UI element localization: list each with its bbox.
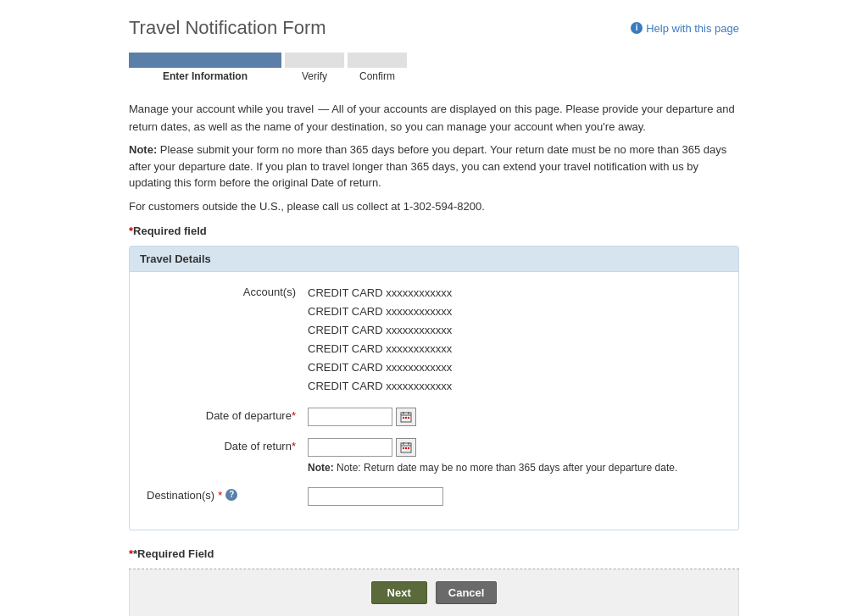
destination-info-icon[interactable]: ? [225,489,237,501]
step-label-enter-information: Enter Information [163,70,248,82]
departure-calendar-button[interactable] [396,408,416,426]
step-confirm: Confirm [348,53,407,82]
return-date-input[interactable] [308,438,392,457]
destination-label: Destination(s)* ? [147,487,308,502]
return-label: Date of return* [147,438,308,452]
return-note: Note: Note: Return date may be no more t… [308,461,721,475]
svg-rect-13 [408,447,409,449]
departure-date-row [308,408,721,426]
section-heading: Manage your account while you travel — A… [129,99,739,135]
destination-row: Destination(s)* ? [147,487,721,506]
svg-rect-6 [408,417,409,419]
contact-text: For customers outside the U.S., please c… [129,200,739,213]
accounts-row: Account(s) CREDIT CARD xxxxxxxxxxxx CRED… [147,284,721,397]
page-header: Travel Notification Form i Help with thi… [129,17,739,39]
svg-rect-5 [405,417,407,419]
step-enter-information: Enter Information [129,53,281,82]
next-button[interactable]: Next [371,581,427,604]
cancel-button[interactable]: Cancel [436,581,498,604]
progress-bar: Enter Information Verify Confirm [129,53,739,82]
step-label-confirm: Confirm [359,70,395,82]
account-item-2: CREDIT CARD xxxxxxxxxxxx [308,302,721,321]
calendar-icon [400,411,412,423]
svg-rect-12 [405,447,407,449]
svg-rect-4 [403,417,404,419]
page-title: Travel Notification Form [129,17,326,39]
return-row: Date of return* [147,438,721,475]
step-verify: Verify [285,53,344,82]
step-label-verify: Verify [302,70,327,82]
note-text: Note: Please submit your form no more th… [129,142,739,191]
departure-value [308,408,721,426]
return-value: Note: Note: Return date may be no more t… [308,438,721,475]
return-date-row [308,438,721,457]
help-link-text: Help with this page [646,22,739,35]
departure-label: Date of departure* [147,408,308,422]
calendar-icon-return [400,441,412,453]
travel-details-box: Travel Details Account(s) CREDIT CARD xx… [129,246,739,530]
travel-details-header: Travel Details [130,247,738,272]
help-link[interactable]: i Help with this page [631,22,739,35]
step-arrow [270,53,278,68]
destination-input[interactable] [308,487,443,506]
account-item-3: CREDIT CARD xxxxxxxxxxxx [308,321,721,340]
account-item-1: CREDIT CARD xxxxxxxxxxxx [308,284,721,302]
accounts-label: Account(s) [147,284,308,298]
return-calendar-button[interactable] [396,438,416,457]
departure-row: Date of departure* [147,408,721,426]
account-item-5: CREDIT CARD xxxxxxxxxxxx [308,358,721,377]
destination-value [308,487,721,506]
account-item-6: CREDIT CARD xxxxxxxxxxxx [308,377,721,396]
required-footer: **Required Field [129,547,739,560]
travel-details-body: Account(s) CREDIT CARD xxxxxxxxxxxx CRED… [130,272,738,530]
help-icon: i [631,22,643,34]
account-item-4: CREDIT CARD xxxxxxxxxxxx [308,340,721,358]
svg-rect-11 [403,447,404,449]
accounts-value: CREDIT CARD xxxxxxxxxxxx CREDIT CARD xxx… [308,284,721,397]
required-label: *Required field [129,225,739,237]
departure-date-input[interactable] [308,408,392,426]
button-area: Next Cancel [129,569,739,616]
